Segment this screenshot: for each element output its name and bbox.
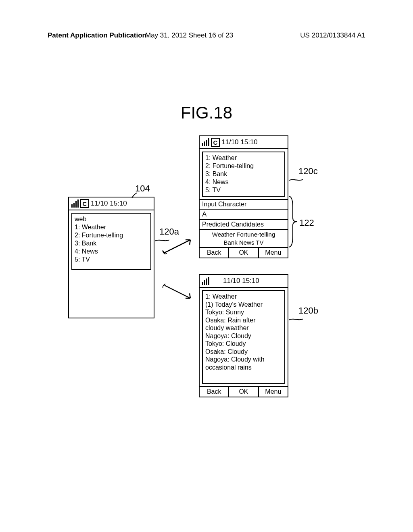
menu-item[interactable]: 4: News [205,178,282,186]
softkey-bar: Back OK Menu [200,386,288,397]
content-line: Tokyo: Cloudy [205,340,282,348]
carrier-indicator: C [211,138,220,147]
content-line: Tokyo: Sunny [205,308,282,316]
publication-number: US 2012/0133844 A1 [300,31,365,39]
softkey-bar: Back OK Menu [200,247,288,258]
predicted-candidates-label: Predicted Candidates [200,219,288,229]
status-datetime: 11/10 15:10 [91,200,127,208]
content-line: occasional rains [205,364,282,372]
predicted-candidates-list[interactable]: Weather Fortune-telling Bank News TV [200,229,288,247]
arrow-up-right-icon [161,236,198,256]
phone-screen-bottom-right: 11/10 15:10 1: Weather (1) Today's Weath… [199,274,288,397]
menu-item[interactable]: 4: News [75,247,148,256]
leader-tilde-icon: ⁓ [288,174,304,185]
carrier-indicator: C [80,199,89,208]
arrow-down-right-icon [161,282,198,302]
menu-item[interactable]: 1: Weather [205,154,282,162]
input-character-label: Input Character [200,199,288,209]
menu-item[interactable]: 2: Fortune-telling [75,231,148,239]
menu-item[interactable]: 3: Bank [75,239,148,247]
predicted-line: Bank News TV [224,239,264,246]
date-sheet-label: May 31, 2012 Sheet 16 of 23 [145,31,233,39]
reference-122: 122 [299,218,314,228]
menu-item[interactable]: 1: Weather [75,223,148,231]
content-line: (1) Today's Weather [205,301,282,309]
menu-item[interactable]: 2: Fortune-telling [205,162,282,170]
menu-list: 1: Weather 2: Fortune-telling 3: Bank 4:… [202,152,285,197]
menu-item[interactable]: 3: Bank [205,170,282,178]
phone-screen-top-right: C 11/10 15:10 1: Weather 2: Fortune-tell… [199,135,288,258]
weather-content: 1: Weather (1) Today's Weather Tokyo: Su… [202,290,285,384]
content-line: 1: Weather [205,293,282,301]
input-character-value[interactable]: A [200,209,288,219]
status-bar: 11/10 15:10 [200,275,288,288]
menu-button[interactable]: Menu [259,248,288,258]
leader-tilde-icon: ⁓ [288,314,304,325]
predicted-line: Weather Fortune-telling [212,231,275,238]
content-line: cloudy weather [205,324,282,332]
status-datetime: 11/10 15:10 [223,277,259,285]
publication-label: Patent Application Publication [48,31,146,39]
menu-item[interactable]: 5: TV [205,186,282,194]
status-bar: C 11/10 15:10 [200,136,288,149]
figure-title: FIG.18 [0,103,413,123]
status-bar: C 11/10 15:10 [69,197,154,210]
menu-list: web 1: Weather 2: Fortune-telling 3: Ban… [71,213,151,270]
content-line: Osaka: Rain after [205,316,282,324]
signal-icon [71,200,79,208]
web-label: web [75,215,148,223]
back-button[interactable]: Back [200,387,229,397]
menu-item[interactable]: 5: TV [75,256,148,264]
content-line: Nagoya: Cloudy with [205,355,282,364]
content-line: Nagoya: Cloudy [205,332,282,340]
back-button[interactable]: Back [200,248,229,258]
signal-icon [202,138,209,146]
signal-icon [202,277,209,285]
brace-icon [288,195,299,248]
menu-button[interactable]: Menu [259,387,288,397]
phone-screen-left: C 11/10 15:10 web 1: Weather 2: Fortune-… [68,197,154,318]
content-line: Osaka: Cloudy [205,348,282,356]
ok-button[interactable]: OK [229,248,259,258]
status-datetime: 11/10 15:10 [221,138,258,146]
leader-curve-icon [131,192,139,199]
ok-button[interactable]: OK [229,387,259,397]
